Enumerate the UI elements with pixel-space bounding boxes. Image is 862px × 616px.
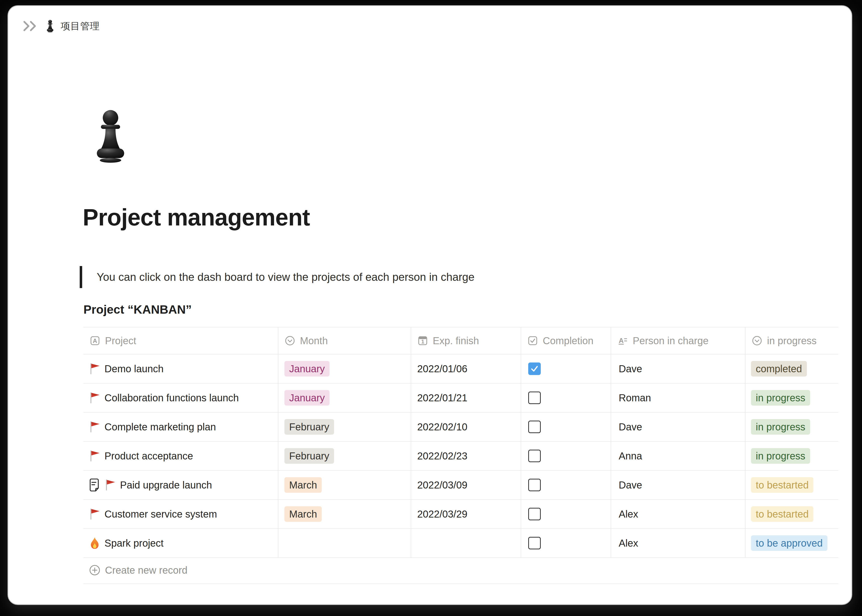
person-cell[interactable]: Alex [611,500,746,529]
project-cell[interactable]: Demo launch [83,355,278,383]
person-name: Dave [619,479,642,491]
status-tag[interactable]: to bestarted [751,506,813,522]
column-header-person-in-charge[interactable]: Person in charge [611,327,746,355]
quote-text: You can click on the dash board to view … [97,271,475,283]
column-header-completion[interactable]: Completion [521,327,611,355]
person-name: Alex [619,537,638,549]
completion-cell[interactable] [521,383,611,413]
project-title: Demo launch [104,363,164,374]
expand-sidebar-button[interactable] [22,20,39,32]
person-cell[interactable]: Anna [611,442,746,471]
completion-checkbox[interactable] [528,479,541,491]
completion-checkbox[interactable] [528,421,541,433]
column-header-in-progress[interactable]: in progress [746,327,838,355]
completion-cell[interactable] [521,500,611,529]
completion-cell[interactable] [521,355,611,383]
select-property-icon [752,335,763,346]
project-title: Customer service system [104,509,217,520]
project-cell[interactable]: Paid upgrade launch [83,471,278,500]
month-cell[interactable]: February [278,413,411,442]
month-cell[interactable]: January [278,355,411,383]
column-header-label: Completion [543,335,593,346]
section-heading[interactable]: Project “KANBAN” [83,303,192,316]
month-cell[interactable]: March [278,500,411,529]
column-header-month[interactable]: Month [278,327,411,355]
exp-finish-date: 2022/02/23 [417,450,467,462]
exp-finish-cell[interactable]: 2022/02/23 [411,442,521,471]
exp-finish-cell[interactable] [411,529,521,558]
status-tag[interactable]: completed [751,361,807,377]
completion-checkbox[interactable] [528,363,541,375]
flag-icon [89,449,101,462]
month-cell[interactable]: February [278,442,411,471]
month-cell[interactable]: March [278,471,411,500]
status-cell[interactable]: to bestarted [746,500,838,529]
completion-cell[interactable] [521,471,611,500]
quote-block[interactable]: You can click on the dash board to view … [80,266,475,288]
top-bar: 项目管理 [22,19,100,33]
create-new-record-label: Create new record [105,565,187,576]
status-tag[interactable]: to be approved [751,535,827,551]
person-cell[interactable]: Dave [611,413,746,442]
page-icon-black-pawn[interactable] [92,107,129,166]
project-cell[interactable]: Product acceptance [83,442,278,471]
exp-finish-cell[interactable]: 2022/02/10 [411,413,521,442]
exp-finish-date: 2022/03/09 [417,479,467,491]
project-title: Paid upgrade launch [120,479,212,491]
status-cell[interactable]: in progress [746,413,838,442]
status-tag[interactable]: in progress [751,419,810,435]
flag-icon [89,508,101,520]
project-cell[interactable]: Collaboration functions launch [83,383,278,413]
month-cell[interactable]: January [278,383,411,413]
status-cell[interactable]: in progress [746,442,838,471]
completion-cell[interactable] [521,529,611,558]
project-cell[interactable]: Customer service system [83,500,278,529]
status-tag[interactable]: to bestarted [751,477,813,493]
exp-finish-cell[interactable]: 2022/03/29 [411,500,521,529]
breadcrumb[interactable]: 项目管理 [61,20,100,33]
status-tag[interactable]: in progress [751,390,810,405]
month-tag[interactable]: January [285,361,330,377]
month-tag[interactable]: February [285,419,334,435]
column-header-label: in progress [767,335,816,346]
plus-circle-icon [89,564,101,576]
month-cell[interactable] [278,529,411,558]
completion-checkbox[interactable] [528,391,541,404]
month-tag[interactable]: February [285,448,334,464]
project-title: Complete marketing plan [104,421,216,433]
flag-icon [104,479,116,491]
status-cell[interactable]: to bestarted [746,471,838,500]
project-title: Spark project [104,537,164,549]
title-property-icon [90,335,101,346]
create-new-record-button[interactable]: Create new record [83,557,838,584]
month-tag[interactable]: March [285,506,322,522]
month-tag[interactable]: January [285,390,330,405]
exp-finish-cell[interactable]: 2022/03/09 [411,471,521,500]
column-header-exp-finish[interactable]: Exp. finish [411,327,521,355]
person-cell[interactable]: Dave [611,471,746,500]
completion-checkbox[interactable] [528,508,541,520]
person-cell[interactable]: Dave [611,355,746,383]
project-table: ProjectMonthExp. finishCompletionPerson … [83,327,838,558]
flag-icon [89,421,101,433]
column-header-project[interactable]: Project [83,327,278,355]
person-name: Roman [619,392,651,404]
status-tag[interactable]: in progress [751,448,810,464]
page-title[interactable]: Project management [83,204,310,231]
person-cell[interactable]: Roman [611,383,746,413]
status-cell[interactable]: to be approved [746,529,838,558]
exp-finish-date: 2022/02/10 [417,421,467,433]
project-cell[interactable]: Complete marketing plan [83,413,278,442]
completion-checkbox[interactable] [528,449,541,462]
project-cell[interactable]: Spark project [83,529,278,558]
project-title: Collaboration functions launch [104,392,239,404]
exp-finish-cell[interactable]: 2022/01/06 [411,355,521,383]
completion-cell[interactable] [521,413,611,442]
status-cell[interactable]: in progress [746,383,838,413]
completion-cell[interactable] [521,442,611,471]
month-tag[interactable]: March [285,477,322,493]
person-cell[interactable]: Alex [611,529,746,558]
status-cell[interactable]: completed [746,355,838,383]
exp-finish-cell[interactable]: 2022/01/21 [411,383,521,413]
completion-checkbox[interactable] [528,537,541,549]
